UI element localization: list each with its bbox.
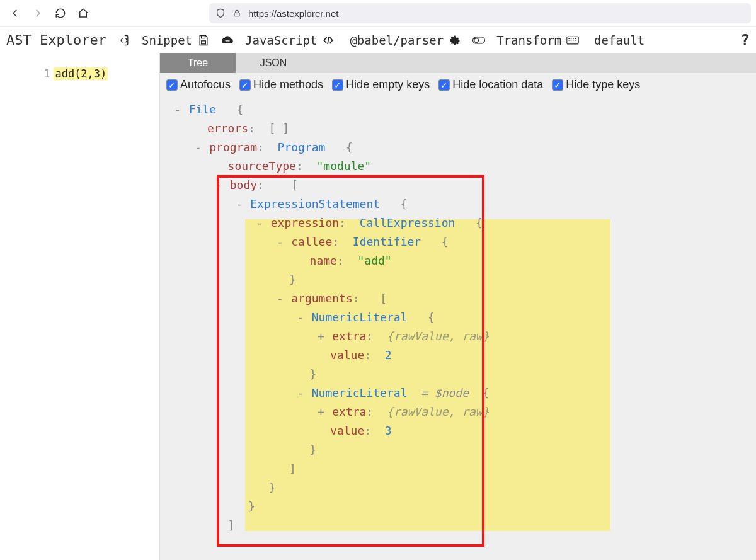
tree-row[interactable]: - NumericLiteral = $node { <box>166 384 750 403</box>
tree-row[interactable]: } <box>166 497 750 516</box>
tree-row[interactable]: } <box>166 440 750 459</box>
collapse-toggle[interactable]: - <box>173 100 182 119</box>
tree-row[interactable]: + extra: {rawValue, raw} <box>166 403 750 421</box>
code-line-1[interactable]: 1add(2,3) <box>0 53 159 93</box>
help-button[interactable]: ? <box>741 31 750 49</box>
checkbox-icon <box>332 79 343 91</box>
gear-icon <box>449 34 461 47</box>
checkbox-icon <box>552 79 563 91</box>
tree-row[interactable]: - body: [ <box>166 176 750 195</box>
browser-bar: https://astexplorer.net <box>0 0 756 26</box>
editor-pane[interactable]: 1add(2,3) <box>0 53 160 560</box>
opt-hide-type-keys[interactable]: Hide type keys <box>552 78 640 91</box>
tree-row[interactable]: } <box>166 365 750 384</box>
code-icon[interactable] <box>118 34 130 47</box>
lock-icon <box>232 9 242 18</box>
collapse-toggle[interactable]: - <box>275 232 284 251</box>
tree-row[interactable]: - ExpressionStatement { <box>166 195 750 214</box>
tree-row[interactable]: value: 3 <box>166 421 750 440</box>
opt-hide-location-data[interactable]: Hide location data <box>438 78 543 91</box>
svg-rect-0 <box>234 13 239 16</box>
app-toolbar: AST Explorer Snippet JavaScript @babel/p… <box>0 26 756 53</box>
expand-toggle[interactable]: + <box>316 327 325 346</box>
tree-row[interactable]: errors: [ ] <box>166 119 750 138</box>
parser-menu[interactable]: @babel/parser <box>346 31 465 50</box>
tree-row[interactable]: - NumericLiteral { <box>166 308 750 327</box>
collapse-toggle[interactable]: - <box>255 214 264 232</box>
tab-tree[interactable]: Tree <box>160 53 236 73</box>
checkbox-icon <box>438 79 450 91</box>
opt-hide-methods[interactable]: Hide methods <box>239 78 323 91</box>
app-title: AST Explorer <box>6 32 106 48</box>
tree-row[interactable]: ] <box>166 516 750 535</box>
back-button[interactable] <box>5 3 25 23</box>
tree-row[interactable]: value: 2 <box>166 346 750 365</box>
collapse-toggle[interactable]: - <box>296 308 305 327</box>
tree-row[interactable]: name: "add" <box>166 251 750 270</box>
checkbox-icon <box>239 79 251 91</box>
collapse-toggle[interactable]: - <box>214 176 223 195</box>
opt-hide-empty-keys[interactable]: Hide empty keys <box>332 78 430 91</box>
transform-mode-label: default <box>594 33 644 47</box>
tree-row[interactable]: - arguments: [ <box>166 289 750 308</box>
tree-row[interactable]: ] <box>166 459 750 478</box>
tree-row[interactable]: } <box>166 270 750 289</box>
address-bar[interactable]: https://astexplorer.net <box>209 3 751 23</box>
tree-row[interactable]: - callee: Identifier { <box>166 232 750 251</box>
code-brackets-icon <box>322 34 335 47</box>
snippet-menu[interactable]: Snippet <box>138 31 214 50</box>
tree-row[interactable]: } <box>166 478 750 497</box>
tree-row[interactable]: - program: Program { <box>166 138 750 157</box>
transform-mode[interactable]: default <box>590 31 648 50</box>
transform-menu[interactable]: Transform <box>493 31 583 50</box>
tree-row[interactable]: sourceType: "module" <box>166 157 750 176</box>
opt-autofocus[interactable]: Autofocus <box>166 78 231 91</box>
code-highlight: add(2,3) <box>54 67 108 80</box>
tree-row[interactable]: - expression: CallExpression { <box>166 214 750 232</box>
collapse-toggle[interactable]: - <box>193 138 202 157</box>
checkbox-icon <box>166 79 178 91</box>
tree-row[interactable]: + extra: {rawValue, raw} <box>166 327 750 346</box>
output-tabs: Tree JSON <box>160 53 756 73</box>
tab-json[interactable]: JSON <box>236 53 311 73</box>
expand-toggle[interactable]: + <box>316 403 325 421</box>
reload-button[interactable] <box>50 3 71 23</box>
collapse-toggle[interactable]: - <box>275 289 284 308</box>
keyboard-icon <box>566 34 579 47</box>
main-area: 1add(2,3) Tree JSON Autofocus Hide metho… <box>0 53 756 560</box>
parser-label: @babel/parser <box>350 33 444 47</box>
transform-label: Transform <box>496 33 561 47</box>
line-number: 1 <box>38 67 54 80</box>
language-menu[interactable]: JavaScript <box>241 31 338 50</box>
shield-icon <box>215 8 226 18</box>
forward-button[interactable] <box>28 3 48 23</box>
snippet-label: Snippet <box>142 33 192 47</box>
output-pane: Tree JSON Autofocus Hide methods Hide em… <box>160 53 756 560</box>
svg-rect-4 <box>226 40 229 41</box>
ast-tree[interactable]: - File { errors: [ ] - program: Program … <box>160 96 756 560</box>
home-button[interactable] <box>73 3 93 23</box>
collapse-toggle[interactable]: - <box>296 384 305 403</box>
save-icon <box>197 34 210 47</box>
cloud-icon[interactable] <box>221 34 234 47</box>
collapse-toggle[interactable]: - <box>234 195 243 214</box>
svg-rect-1 <box>202 40 206 43</box>
tree-row[interactable]: - File { <box>166 100 750 119</box>
url-text: https://astexplorer.net <box>248 8 338 19</box>
toggle-icon[interactable] <box>472 34 485 47</box>
tree-options: Autofocus Hide methods Hide empty keys H… <box>160 73 756 96</box>
svg-point-6 <box>474 38 479 42</box>
language-label: JavaScript <box>245 33 317 47</box>
